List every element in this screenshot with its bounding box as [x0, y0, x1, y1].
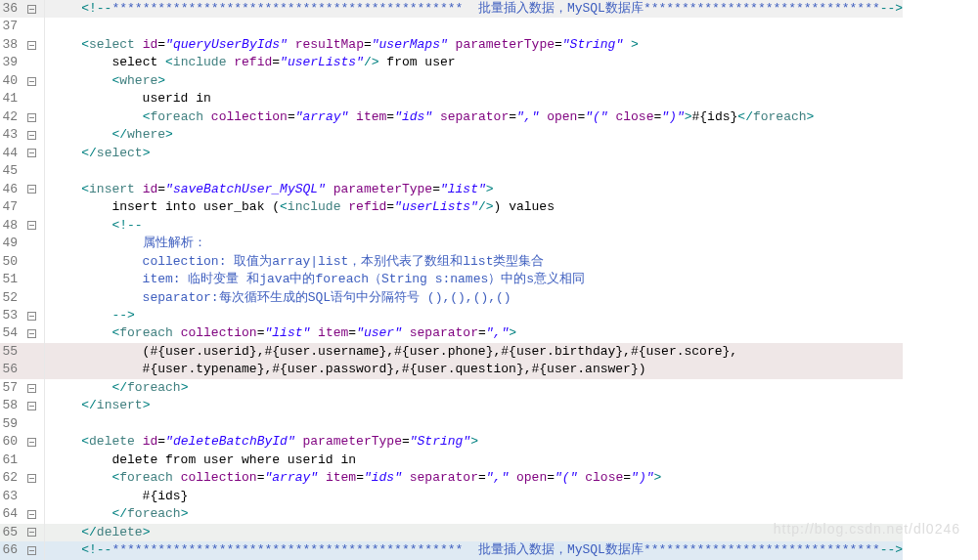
gutter-row: 65	[0, 524, 44, 541]
code-line[interactable]	[45, 415, 903, 433]
code-line[interactable]	[45, 18, 903, 35]
gutter-row: 46	[0, 181, 44, 198]
fold-marker-slot	[22, 397, 41, 414]
code-line[interactable]: <delete id="deleteBatchById" parameterTy…	[45, 433, 903, 451]
gutter-row: 53	[0, 307, 44, 324]
fold-marker-slot	[22, 524, 41, 541]
fold-toggle-icon[interactable]	[27, 510, 36, 519]
fold-toggle-icon[interactable]	[27, 5, 36, 14]
fold-toggle-icon[interactable]	[27, 149, 36, 157]
line-number: 52	[0, 289, 22, 307]
fold-marker-slot	[22, 181, 41, 198]
line-number: 38	[0, 36, 22, 54]
line-number: 57	[0, 379, 22, 397]
code-line[interactable]: userid in	[45, 90, 903, 108]
line-number: 62	[0, 469, 22, 487]
code-line[interactable]: select <include refid="userLists"/> from…	[45, 54, 903, 71]
fold-marker-slot	[22, 126, 41, 144]
fold-toggle-icon[interactable]	[27, 312, 36, 321]
line-number: 59	[0, 415, 22, 433]
code-line[interactable]: <select id="queryUserByIds" resultMap="u…	[45, 36, 903, 54]
code-line[interactable]: <!--	[45, 217, 903, 235]
fold-marker-slot	[22, 488, 41, 505]
line-number: 37	[0, 18, 22, 35]
gutter-row: 50	[0, 253, 44, 271]
fold-marker-slot	[22, 452, 41, 469]
line-number: 40	[0, 72, 22, 90]
fold-marker-slot	[22, 253, 41, 271]
code-editor[interactable]: 3637383940414243444546474849505152535455…	[0, 0, 978, 560]
fold-marker-slot	[22, 36, 41, 54]
line-number: 66	[0, 541, 22, 559]
line-number: 54	[0, 324, 22, 342]
gutter-row: 56	[0, 361, 44, 378]
line-number: 51	[0, 271, 22, 288]
fold-toggle-icon[interactable]	[27, 329, 36, 338]
fold-toggle-icon[interactable]	[27, 113, 36, 122]
fold-toggle-icon[interactable]	[27, 546, 36, 555]
code-line[interactable]: delete from user where userid in	[45, 452, 903, 469]
fold-toggle-icon[interactable]	[27, 131, 36, 140]
fold-toggle-icon[interactable]	[27, 221, 36, 230]
line-number: 44	[0, 145, 22, 162]
gutter-row: 42	[0, 108, 44, 126]
fold-marker-slot	[22, 505, 41, 523]
code-line[interactable]: <foreach collection="array" item="ids" s…	[45, 108, 903, 126]
fold-toggle-icon[interactable]	[27, 474, 36, 483]
fold-toggle-icon[interactable]	[27, 41, 36, 50]
code-line[interactable]: </insert>	[45, 397, 903, 414]
fold-toggle-icon[interactable]	[27, 185, 36, 194]
line-number: 55	[0, 343, 22, 361]
code-line[interactable]: #{user.typename},#{user.password},#{user…	[45, 361, 903, 378]
gutter-row: 39	[0, 54, 44, 71]
code-line[interactable]: </foreach>	[45, 379, 903, 397]
fold-marker-slot	[22, 271, 41, 288]
line-number: 60	[0, 433, 22, 451]
fold-toggle-icon[interactable]	[27, 528, 36, 537]
code-line[interactable]: separator:每次循环生成的SQL语句中分隔符号 (),(),(),()	[45, 289, 903, 307]
code-line[interactable]: <!--************************************…	[45, 541, 903, 559]
code-line[interactable]: -->	[45, 307, 903, 324]
fold-marker-slot	[22, 162, 41, 180]
gutter-row: 52	[0, 289, 44, 307]
code-line[interactable]: item: 临时变量 和java中的foreach（String s:names…	[45, 271, 903, 288]
code-line[interactable]	[45, 162, 903, 180]
gutter-row: 62	[0, 469, 44, 487]
fold-marker-slot	[22, 307, 41, 324]
line-number-gutter[interactable]: 3637383940414243444546474849505152535455…	[0, 0, 45, 560]
line-number: 46	[0, 181, 22, 198]
code-line[interactable]: #{ids}	[45, 488, 903, 505]
fold-marker-slot	[22, 433, 41, 451]
code-line[interactable]: 属性解析：	[45, 235, 903, 252]
gutter-row: 64	[0, 505, 44, 523]
code-line[interactable]: </where>	[45, 126, 903, 144]
code-line[interactable]: </foreach>	[45, 505, 903, 523]
code-line[interactable]: insert into user_bak (<include refid="us…	[45, 198, 903, 216]
code-line[interactable]: <insert id="saveBatchUser_MySQL" paramet…	[45, 181, 903, 198]
code-line[interactable]: collection: 取值为array|list，本别代表了数组和list类型…	[45, 253, 903, 271]
line-number: 41	[0, 90, 22, 108]
fold-marker-slot	[22, 361, 41, 378]
fold-marker-slot	[22, 415, 41, 433]
line-number: 39	[0, 54, 22, 71]
code-line[interactable]: </select>	[45, 145, 903, 162]
gutter-row: 37	[0, 18, 44, 35]
gutter-row: 43	[0, 126, 44, 144]
gutter-row: 60	[0, 433, 44, 451]
code-line[interactable]: <foreach collection="list" item="user" s…	[45, 324, 903, 342]
fold-marker-slot	[22, 18, 41, 35]
gutter-row: 58	[0, 397, 44, 414]
fold-marker-slot	[22, 198, 41, 216]
code-line[interactable]: (#{user.userid},#{user.username},#{user.…	[45, 343, 903, 361]
code-line[interactable]: <where>	[45, 72, 903, 90]
code-line[interactable]: <foreach collection="array" item="ids" s…	[45, 469, 903, 487]
code-area[interactable]: <!--************************************…	[45, 0, 903, 560]
fold-toggle-icon[interactable]	[27, 438, 36, 447]
code-line[interactable]: <!--************************************…	[45, 0, 903, 18]
fold-toggle-icon[interactable]	[27, 384, 36, 393]
line-number: 64	[0, 505, 22, 523]
fold-toggle-icon[interactable]	[27, 402, 36, 410]
fold-toggle-icon[interactable]	[27, 77, 36, 86]
code-line[interactable]: </delete>	[45, 524, 903, 541]
line-number: 36	[0, 0, 22, 18]
